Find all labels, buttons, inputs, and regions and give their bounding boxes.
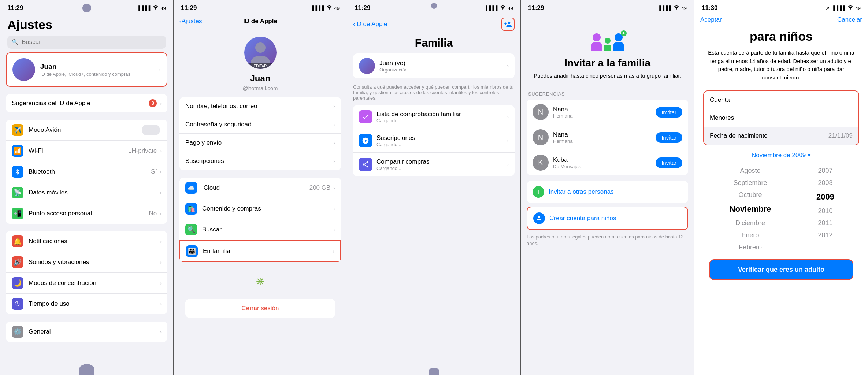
lista-content: Lista de comprobación familiar Cargando.… bbox=[376, 111, 507, 123]
option-fecha[interactable]: Fecha de nacimiento 21/11/09 bbox=[704, 127, 858, 145]
chevron-icon: › bbox=[333, 248, 334, 254]
familia-member-juan[interactable]: Juan (yo) Organización › bbox=[353, 53, 515, 78]
settings-item-notif[interactable]: 🔔 Notificaciones › bbox=[6, 231, 167, 252]
search-input[interactable] bbox=[22, 38, 162, 46]
month-septiembre[interactable]: Septiembre bbox=[706, 177, 794, 189]
settings-item-bluetooth[interactable]: Bluetooth Sí › bbox=[6, 161, 167, 182]
settings-item-contenido[interactable]: 🛍️ Contenido y compras › bbox=[179, 198, 341, 219]
accept-button[interactable]: Aceptar bbox=[700, 16, 722, 23]
month-year-link[interactable]: Noviembre de 2009 ▾ bbox=[703, 151, 859, 159]
create-child-button[interactable]: Crear cuenta para niños bbox=[527, 207, 688, 230]
option-menores[interactable]: Menores bbox=[704, 109, 858, 127]
settings-item-pago[interactable]: Pago y envío › bbox=[179, 134, 341, 152]
tiempo-content: Tiempo de uso bbox=[29, 300, 160, 308]
compartir-icon bbox=[359, 158, 372, 171]
settings-item-punto[interactable]: 📲 Punto acceso personal No › bbox=[6, 203, 167, 224]
month-diciembre[interactable]: Diciembre bbox=[706, 217, 794, 229]
month-febrero[interactable]: Febrero bbox=[706, 241, 794, 253]
wifi-icon bbox=[500, 5, 506, 12]
settings-item-modo-avion[interactable]: ✈️ Modo Avión bbox=[6, 120, 167, 141]
back-button-3[interactable]: ‹ ID de Apple bbox=[353, 21, 387, 28]
back-button-2[interactable]: ‹ Ajustes bbox=[179, 18, 202, 25]
settings-item-icloud[interactable]: ☁️ iCloud 200 GB › bbox=[179, 178, 341, 198]
member-info-juan: Juan (yo) Organización bbox=[379, 60, 507, 73]
signal-icon: ▐▐▐▐ bbox=[311, 5, 324, 11]
modo-avion-icon: ✈️ bbox=[12, 124, 23, 136]
settings-item-wifi[interactable]: 📶 Wi-Fi LH-private › bbox=[6, 141, 167, 161]
settings-item-general[interactable]: ⚙️ General › bbox=[6, 322, 167, 342]
invite-button-n1[interactable]: Invitar bbox=[656, 107, 682, 118]
status-time-5: 11:30 bbox=[702, 4, 717, 12]
notif-content: Notificaciones bbox=[29, 238, 160, 245]
wifi-value: LH-private bbox=[128, 147, 157, 155]
settings-item-buscar[interactable]: 🔍 Buscar › bbox=[179, 219, 341, 240]
month-octubre[interactable]: Octubre bbox=[706, 189, 794, 201]
invite-kuba[interactable]: K Kuba De Mensajes Invitar bbox=[527, 150, 688, 175]
month-noviembre-selected[interactable]: Noviembre bbox=[706, 201, 794, 217]
familia-compartir-item[interactable]: Compartir compras Cargando... › bbox=[353, 153, 515, 176]
invitar-scroll: + Invitar a la familia Puedes añadir has… bbox=[521, 15, 694, 375]
user-name: Juan bbox=[40, 63, 159, 71]
settings-item-sonidos[interactable]: 🔊 Sonidos y vibraciones › bbox=[6, 252, 167, 273]
invite-info-k: Kuba De Mensajes bbox=[553, 156, 656, 169]
panel5-nav: Aceptar Cancelar bbox=[694, 15, 868, 26]
person-add-icon bbox=[501, 18, 515, 31]
month-agosto[interactable]: Agosto bbox=[706, 165, 794, 177]
add-person-row[interactable]: + Invitar a otras personas bbox=[527, 181, 688, 203]
year-2009-selected[interactable]: 2009 bbox=[794, 189, 856, 205]
chevron-icon: › bbox=[160, 329, 162, 335]
cerrar-sesion-button[interactable]: Cerrar sesión bbox=[185, 299, 335, 318]
year-2007[interactable]: 2007 bbox=[794, 165, 856, 177]
user-desc: ID de Apple, iCloud+, contenido y compra… bbox=[40, 71, 159, 77]
user-profile-item[interactable]: Juan ID de Apple, iCloud+, contenido y c… bbox=[6, 52, 167, 87]
settings-item-datos[interactable]: 📡 Datos móviles › bbox=[6, 182, 167, 203]
month-enero[interactable]: Enero bbox=[706, 229, 794, 241]
apple-id-main-section: Nombre, teléfonos, correo › Contraseña y… bbox=[179, 97, 341, 170]
page-title: Ajustes bbox=[7, 18, 166, 32]
familia-services-section: Lista de comprobación familiar Cargando.… bbox=[353, 105, 515, 176]
fecha-value: 21/11/09 bbox=[828, 132, 853, 140]
icloud-value: 200 GB bbox=[309, 184, 331, 192]
invite-button-k[interactable]: Invitar bbox=[656, 157, 682, 168]
datos-content: Datos móviles bbox=[29, 189, 160, 196]
compartir-sub: Cargando... bbox=[376, 166, 507, 171]
year-2011[interactable]: 2011 bbox=[794, 217, 856, 229]
figure-adult2: + bbox=[613, 33, 624, 51]
sugerencias-section: N Nana Hermana Invitar N Nana Hermana In… bbox=[527, 100, 688, 175]
option-cuenta[interactable]: Cuenta bbox=[704, 91, 858, 109]
concentracion-icon: 🌙 bbox=[12, 277, 23, 289]
invite-nana1[interactable]: N Nana Hermana Invitar bbox=[527, 100, 688, 125]
add-family-button[interactable] bbox=[501, 18, 515, 31]
invite-other-label: Invitar a otras personas bbox=[549, 188, 614, 196]
invite-info-n1: Nana Hermana bbox=[553, 106, 656, 119]
suggestions-item[interactable]: Sugerencias del ID de Apple 3 › bbox=[6, 94, 167, 112]
invite-button-n2[interactable]: Invitar bbox=[656, 132, 682, 143]
settings-item-concentracion[interactable]: 🌙 Modos de concentración › bbox=[6, 273, 167, 294]
nav-title-2: ID de Apple bbox=[243, 18, 277, 25]
year-2010[interactable]: 2010 bbox=[794, 205, 856, 217]
contenido-icon: 🛍️ bbox=[185, 203, 197, 215]
fecha-row: Fecha de nacimiento 21/11/09 bbox=[710, 132, 853, 140]
modo-avion-toggle[interactable] bbox=[142, 125, 160, 135]
settings-item-suscripciones[interactable]: Suscripciones › bbox=[179, 152, 341, 170]
invite-name-n1: Nana bbox=[553, 106, 656, 113]
settings-item-nombre[interactable]: Nombre, teléfonos, correo › bbox=[179, 97, 341, 115]
invite-nana2[interactable]: N Nana Hermana Invitar bbox=[527, 125, 688, 150]
verify-button[interactable]: Verificar que eres un adulto bbox=[709, 259, 853, 280]
year-2008[interactable]: 2008 bbox=[794, 177, 856, 189]
chevron-icon: › bbox=[507, 114, 509, 120]
settings-item-en-familia[interactable]: 👨‍👩‍👧 En familia › bbox=[179, 240, 341, 262]
lista-label: Lista de comprobación familiar bbox=[376, 111, 507, 118]
buscar-icon: 🔍 bbox=[185, 224, 197, 235]
search-bar[interactable]: 🔍 bbox=[7, 36, 166, 49]
year-2012[interactable]: 2012 bbox=[794, 229, 856, 241]
settings-item-tiempo[interactable]: ⏱ Tiempo de uso › bbox=[6, 294, 167, 314]
familia-lista-item[interactable]: Lista de comprobación familiar Cargando.… bbox=[353, 105, 515, 129]
settings-item-contrasena[interactable]: Contraseña y seguridad › bbox=[179, 115, 341, 134]
familia-suscripciones-item[interactable]: Suscripciones Cargando... › bbox=[353, 129, 515, 153]
wifi-settings-icon: 📶 bbox=[12, 145, 23, 157]
familia-header: Familia bbox=[347, 35, 520, 53]
cancel-button[interactable]: Cancelar bbox=[837, 16, 862, 23]
figure-child bbox=[604, 38, 611, 51]
apple-services-section: ☁️ iCloud 200 GB › 🛍️ Contenido y compra… bbox=[179, 178, 341, 262]
